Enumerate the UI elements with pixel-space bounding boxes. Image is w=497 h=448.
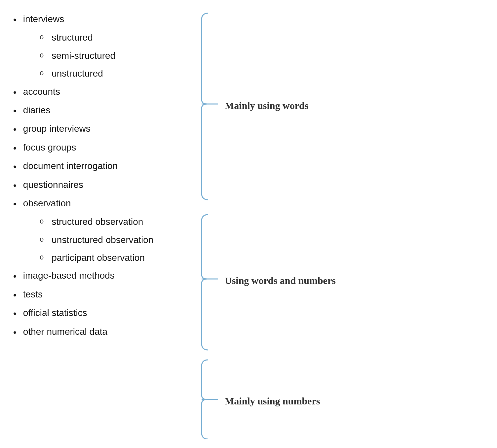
bullet-document-interrogation: • [13, 161, 17, 173]
list-item-questionnaires: • questionnaires [13, 179, 198, 191]
bullet-tests: • [13, 289, 17, 301]
text-semi-structured: semi-structured [52, 50, 115, 62]
bullet-official-statistics: • [13, 308, 17, 320]
text-group-interviews: group interviews [23, 123, 91, 135]
text-interviews: interviews [23, 13, 64, 25]
text-diaries: diaries [23, 104, 50, 116]
bullet-accounts: • [13, 86, 17, 98]
bullet-focus-groups: • [13, 142, 17, 154]
bullet-interviews: • [13, 14, 17, 26]
sub-item-structured-observation: o structured observation [40, 216, 198, 228]
list-item-other-numerical-data: • other numerical data [13, 326, 198, 338]
circle-participant-observation: o [40, 253, 44, 262]
sub-item-unstructured: o unstructured [40, 68, 198, 80]
text-questionnaires: questionnaires [23, 179, 83, 191]
right-brackets: Mainly using words Using words and numbe… [198, 10, 484, 344]
bullet-observation: • [13, 198, 17, 210]
label-mainly-words: Mainly using words [225, 100, 308, 111]
left-list: • interviews o structured o semi-structu… [13, 10, 198, 344]
label-mainly-numbers: Mainly using numbers [225, 396, 320, 406]
text-unstructured-observation: unstructured observation [52, 234, 153, 246]
list-item-document-interrogation: • document interrogation [13, 160, 198, 173]
circle-semi-structured: o [40, 51, 44, 60]
circle-structured-observation: o [40, 217, 44, 226]
text-accounts: accounts [23, 86, 60, 98]
text-focus-groups: focus groups [23, 142, 76, 154]
text-unstructured: unstructured [52, 68, 103, 80]
text-other-numerical-data: other numerical data [23, 326, 107, 338]
list-item-diaries: • diaries [13, 104, 198, 117]
list-item-observation: • observation [13, 197, 198, 210]
text-structured: structured [52, 32, 93, 44]
text-tests: tests [23, 289, 43, 300]
sub-item-unstructured-observation: o unstructured observation [40, 234, 198, 246]
circle-unstructured: o [40, 68, 44, 78]
bullet-diaries: • [13, 105, 17, 117]
bullet-other-numerical-data: • [13, 327, 17, 338]
list-item-tests: • tests [13, 289, 198, 301]
bullet-image-based-methods: • [13, 270, 17, 282]
circle-unstructured-observation: o [40, 235, 44, 244]
circle-structured: o [40, 32, 44, 42]
text-image-based-methods: image-based methods [23, 270, 115, 282]
brackets-svg: Mainly using words Using words and numbe… [198, 10, 430, 439]
list-item-focus-groups: • focus groups [13, 142, 198, 154]
text-observation: observation [23, 197, 71, 209]
text-document-interrogation: document interrogation [23, 160, 118, 172]
main-container: • interviews o structured o semi-structu… [13, 10, 484, 344]
bullet-group-interviews: • [13, 123, 17, 135]
label-words-numbers: Using words and numbers [225, 275, 336, 286]
text-official-statistics: official statistics [23, 307, 87, 319]
text-participant-observation: participant observation [52, 252, 145, 264]
list-item-official-statistics: • official statistics [13, 307, 198, 320]
sub-item-participant-observation: o participant observation [40, 252, 198, 264]
list-item-image-based-methods: • image-based methods [13, 270, 198, 282]
sub-item-semi-structured: o semi-structured [40, 50, 198, 62]
list-item-group-interviews: • group interviews [13, 123, 198, 135]
text-structured-observation: structured observation [52, 216, 143, 228]
bullet-questionnaires: • [13, 180, 17, 191]
list-item-interviews: • interviews [13, 13, 198, 26]
sub-item-structured: o structured [40, 32, 198, 44]
list-item-accounts: • accounts [13, 86, 198, 98]
